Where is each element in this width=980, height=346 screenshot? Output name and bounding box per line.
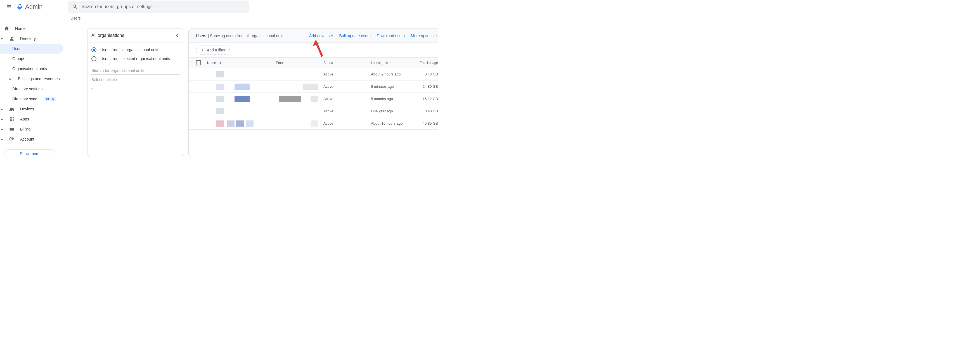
radio-label: Users from all organisational units bbox=[100, 48, 159, 52]
sidebar-item-directory[interactable]: ▾ Directory bbox=[0, 33, 63, 44]
at-icon bbox=[9, 136, 14, 142]
search-input[interactable] bbox=[82, 4, 245, 9]
sidebar-label: Apps bbox=[20, 117, 29, 121]
content: All organisations Users from all organis… bbox=[63, 23, 438, 163]
caret-down-icon bbox=[435, 34, 438, 37]
bulk-update-users-button[interactable]: Bulk update users bbox=[339, 33, 371, 38]
org-search-input[interactable] bbox=[91, 67, 180, 75]
cell-name bbox=[207, 71, 276, 78]
org-panel: All organisations Users from all organis… bbox=[87, 29, 184, 156]
cell-usage: 0.48 GB bbox=[418, 109, 438, 113]
cell-usage: 45.85 GB bbox=[418, 121, 438, 125]
table-row[interactable]: Active5 months ago16.12 GB bbox=[189, 93, 438, 105]
sidebar-item-apps[interactable]: ▸ Apps bbox=[0, 114, 63, 124]
cell-email bbox=[276, 96, 323, 102]
sidebar-item-home[interactable]: Home bbox=[0, 24, 63, 33]
cell-status: Active bbox=[323, 109, 371, 113]
apps-icon bbox=[9, 116, 14, 122]
sidebar-label: Home bbox=[15, 26, 25, 31]
sidebar-item-users[interactable]: Users bbox=[0, 44, 63, 54]
person-icon bbox=[9, 36, 14, 41]
cell-usage: 0.48 GB bbox=[418, 72, 438, 76]
sidebar-item-devices[interactable]: ▸ Devices bbox=[0, 104, 63, 114]
users-panel-title: Users | Showing users from all organisat… bbox=[196, 33, 284, 38]
search-box[interactable] bbox=[68, 0, 249, 13]
add-filter-chip[interactable]: Add a filter bbox=[196, 46, 230, 54]
col-name[interactable]: Name bbox=[207, 61, 276, 65]
cell-status: Active bbox=[323, 97, 371, 101]
cell-signin: 5 months ago bbox=[371, 97, 418, 101]
sort-asc-icon bbox=[218, 61, 222, 65]
table-row[interactable]: Active6 minutes ago24.89 GB bbox=[189, 81, 438, 93]
sidebar-label: Users bbox=[12, 46, 23, 51]
col-usage[interactable]: Email usage bbox=[418, 61, 438, 65]
sidebar: Home ▾ Directory Users Groups Organisati… bbox=[0, 23, 63, 163]
sidebar-item-account[interactable]: ▸ Account bbox=[0, 134, 63, 144]
select-all-checkbox[interactable] bbox=[196, 60, 201, 65]
download-users-button[interactable]: Download users bbox=[377, 33, 405, 38]
sidebar-label: Buildings and resources bbox=[18, 76, 59, 81]
col-signin[interactable]: Last sign-in bbox=[371, 61, 418, 65]
users-panel: Users | Showing users from all organisat… bbox=[188, 29, 438, 156]
select-multiple-link[interactable]: Select multiple bbox=[88, 75, 184, 82]
plus-icon bbox=[200, 48, 205, 52]
sidebar-label: Account bbox=[20, 137, 34, 141]
sidebar-item-org-units[interactable]: Organisational units bbox=[0, 64, 63, 74]
cell-signin: One year ago bbox=[371, 109, 418, 113]
cell-signin: About 2 hours ago bbox=[371, 72, 418, 76]
devices-icon bbox=[9, 106, 14, 112]
caret-right-icon: ▸ bbox=[8, 76, 12, 81]
caret-right-icon: ▸ bbox=[0, 137, 3, 141]
radio-all-units[interactable]: Users from all organisational units bbox=[91, 45, 180, 54]
sidebar-label: Directory bbox=[20, 37, 36, 41]
sidebar-item-buildings[interactable]: ▸ Buildings and resources bbox=[0, 74, 63, 84]
cell-status: Active bbox=[323, 72, 371, 76]
cell-email bbox=[276, 121, 323, 127]
collapse-panel-button[interactable] bbox=[174, 33, 180, 38]
sidebar-label: Directory settings bbox=[12, 87, 43, 91]
sidebar-label: Organisational units bbox=[12, 67, 47, 71]
sidebar-label: Billing bbox=[20, 127, 30, 131]
table-row[interactable]: ActiveAbout 2 hours ago0.48 GB bbox=[189, 68, 438, 81]
caret-right-icon: ▸ bbox=[0, 107, 3, 111]
hamburger-icon bbox=[6, 4, 12, 10]
sidebar-item-dir-sync[interactable]: Directory sync BETA bbox=[0, 94, 63, 104]
home-icon bbox=[4, 26, 10, 31]
main-menu-button[interactable] bbox=[2, 0, 16, 13]
table-body: ActiveAbout 2 hours ago0.48 GBActive6 mi… bbox=[189, 68, 438, 156]
table-row[interactable]: ActiveAbout 16 hours ago45.85 GB bbox=[189, 117, 438, 130]
cell-usage: 16.12 GB bbox=[418, 97, 438, 101]
radio-label: Users from selected organisational units bbox=[100, 56, 170, 61]
sidebar-item-dir-settings[interactable]: Directory settings bbox=[0, 84, 63, 94]
sidebar-label: Groups bbox=[12, 56, 25, 61]
sidebar-label: Directory sync bbox=[12, 97, 37, 101]
cell-name bbox=[207, 96, 276, 102]
more-options-button[interactable]: More options bbox=[411, 33, 438, 38]
admin-logo[interactable]: Admin bbox=[16, 3, 43, 10]
cell-email bbox=[276, 84, 323, 90]
search-icon bbox=[72, 4, 78, 10]
app-name: Admin bbox=[25, 3, 43, 10]
org-tree-toggle[interactable]: ▾ bbox=[88, 82, 184, 95]
show-more-button[interactable]: Show more bbox=[4, 149, 55, 158]
sidebar-item-groups[interactable]: Groups bbox=[0, 54, 63, 64]
table-row[interactable]: ActiveOne year ago0.48 GB bbox=[189, 105, 438, 117]
cell-usage: 24.89 GB bbox=[418, 84, 438, 89]
caret-down-icon: ▾ bbox=[0, 37, 3, 41]
cell-status: Active bbox=[323, 84, 371, 89]
add-filter-label: Add a filter bbox=[207, 48, 226, 52]
caret-right-icon: ▸ bbox=[0, 117, 3, 121]
col-email[interactable]: Email bbox=[276, 61, 323, 65]
add-new-user-button[interactable]: Add new user bbox=[309, 33, 333, 38]
sidebar-item-billing[interactable]: ▸ Billing bbox=[0, 124, 63, 134]
col-status[interactable]: Status bbox=[323, 61, 371, 65]
cell-status: Active bbox=[323, 121, 371, 125]
breadcrumb-current: Users bbox=[70, 16, 81, 21]
breadcrumb: Users bbox=[0, 13, 438, 23]
cell-name bbox=[207, 121, 276, 127]
admin-logo-icon bbox=[16, 3, 24, 10]
radio-selected-units[interactable]: Users from selected organisational units bbox=[91, 54, 180, 63]
cell-signin: About 16 hours ago bbox=[371, 121, 418, 125]
cell-name bbox=[207, 108, 276, 114]
sidebar-label: Devices bbox=[20, 107, 34, 111]
